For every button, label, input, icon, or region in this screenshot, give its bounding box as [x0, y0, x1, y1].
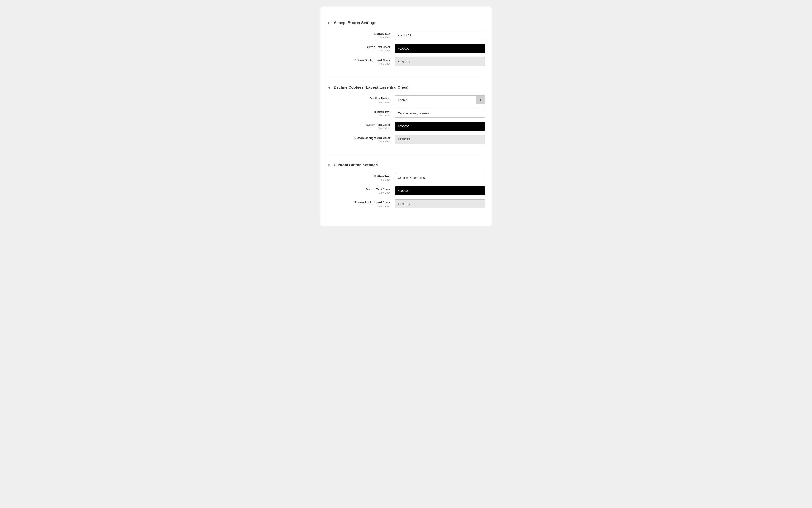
label-accept-button-bg-color: Button Background Color[store view]	[327, 58, 395, 65]
form-row-custom-button-bg-color: Button Background Color[store view]	[327, 199, 485, 208]
label-custom-button-text: Button Text[store view]	[327, 174, 395, 181]
label-sub-custom-button-text: [store view]	[327, 178, 390, 181]
label-main-custom-button-text: Button Text	[327, 174, 390, 178]
section-accept-button: ⊖Accept Button SettingsButton Text[store…	[320, 14, 492, 77]
collapse-icon[interactable]: ⊖	[327, 85, 332, 90]
control-custom-button-bg-color	[395, 199, 485, 208]
control-custom-button-text	[395, 173, 485, 182]
label-decline-button-enable: Decline Button[store view]	[327, 97, 395, 103]
label-main-decline-button-bg-color: Button Background Color	[327, 136, 390, 139]
input-accept-button-bg-color[interactable]	[395, 57, 485, 66]
form-row-accept-button-text: Button Text[store view]	[327, 31, 485, 40]
form-row-decline-button-text: Button Text[store view]	[327, 109, 485, 118]
label-main-decline-button-text: Button Text	[327, 110, 390, 113]
label-main-decline-button-enable: Decline Button	[327, 97, 390, 100]
form-row-decline-button-enable: Decline Button[store view]EnableDisable▼	[327, 95, 485, 104]
label-decline-button-text: Button Text[store view]	[327, 110, 395, 117]
section-header-decline-cookies: ⊖Decline Cookies (Except Essential Ones)	[327, 83, 485, 90]
input-decline-button-bg-color[interactable]	[395, 135, 485, 144]
label-main-accept-button-text-color: Button Text Color	[327, 45, 390, 49]
label-accept-button-text: Button Text[store view]	[327, 32, 395, 39]
label-sub-decline-button-bg-color: [store view]	[327, 140, 390, 143]
section-divider	[327, 77, 485, 77]
input-decline-button-text[interactable]	[395, 109, 485, 118]
label-sub-decline-button-text: [store view]	[327, 114, 390, 117]
settings-panel: ⊖Accept Button SettingsButton Text[store…	[320, 7, 492, 226]
section-title-decline-cookies: Decline Cookies (Except Essential Ones)	[334, 85, 409, 90]
control-custom-button-text-color	[395, 186, 485, 195]
collapse-icon[interactable]: ⊖	[327, 163, 332, 167]
control-decline-button-enable: EnableDisable▼	[395, 95, 485, 104]
input-custom-button-text[interactable]	[395, 173, 485, 182]
form-row-accept-button-bg-color: Button Background Color[store view]	[327, 57, 485, 66]
input-custom-button-bg-color[interactable]	[395, 199, 485, 208]
input-decline-button-text-color[interactable]	[395, 122, 485, 131]
label-main-accept-button-text: Button Text	[327, 32, 390, 36]
control-decline-button-text	[395, 109, 485, 118]
collapse-icon[interactable]: ⊖	[327, 20, 332, 25]
label-sub-accept-button-text: [store view]	[327, 36, 390, 39]
input-accept-button-text-color[interactable]	[395, 44, 485, 53]
form-row-decline-button-bg-color: Button Background Color[store view]	[327, 135, 485, 144]
label-decline-button-bg-color: Button Background Color[store view]	[327, 136, 395, 143]
label-sub-accept-button-bg-color: [store view]	[327, 62, 390, 65]
section-title-accept-button: Accept Button Settings	[334, 20, 376, 25]
label-main-custom-button-text-color: Button Text Color	[327, 187, 390, 191]
input-accept-button-text[interactable]	[395, 31, 485, 40]
label-sub-decline-button-enable: [store view]	[327, 100, 390, 103]
section-custom-button: ⊖Custom Button SettingsButton Text[store…	[320, 155, 492, 219]
section-title-custom-button: Custom Button Settings	[334, 163, 378, 167]
label-main-decline-button-text-color: Button Text Color	[327, 123, 390, 126]
label-sub-decline-button-text-color: [store view]	[327, 127, 390, 130]
form-row-custom-button-text-color: Button Text Color[store view]	[327, 186, 485, 195]
section-decline-cookies: ⊖Decline Cookies (Except Essential Ones)…	[320, 77, 492, 155]
control-decline-button-bg-color	[395, 135, 485, 144]
form-row-accept-button-text-color: Button Text Color[store view]	[327, 44, 485, 53]
label-sub-custom-button-bg-color: [store view]	[327, 205, 390, 207]
select-wrapper-decline-button-enable: EnableDisable▼	[395, 95, 485, 104]
label-accept-button-text-color: Button Text Color[store view]	[327, 45, 395, 52]
section-header-accept-button: ⊖Accept Button Settings	[327, 18, 485, 25]
label-main-accept-button-bg-color: Button Background Color	[327, 58, 390, 62]
label-sub-custom-button-text-color: [store view]	[327, 192, 390, 194]
control-accept-button-text-color	[395, 44, 485, 53]
section-header-custom-button: ⊖Custom Button Settings	[327, 161, 485, 167]
control-decline-button-text-color	[395, 122, 485, 131]
select-decline-button-enable[interactable]: EnableDisable	[395, 95, 485, 104]
label-main-custom-button-bg-color: Button Background Color	[327, 201, 390, 204]
label-sub-accept-button-text-color: [store view]	[327, 49, 390, 52]
control-accept-button-bg-color	[395, 57, 485, 66]
form-row-custom-button-text: Button Text[store view]	[327, 173, 485, 182]
label-custom-button-bg-color: Button Background Color[store view]	[327, 201, 395, 207]
form-row-decline-button-text-color: Button Text Color[store view]	[327, 122, 485, 131]
input-custom-button-text-color[interactable]	[395, 186, 485, 195]
label-decline-button-text-color: Button Text Color[store view]	[327, 123, 395, 130]
label-custom-button-text-color: Button Text Color[store view]	[327, 187, 395, 194]
control-accept-button-text	[395, 31, 485, 40]
